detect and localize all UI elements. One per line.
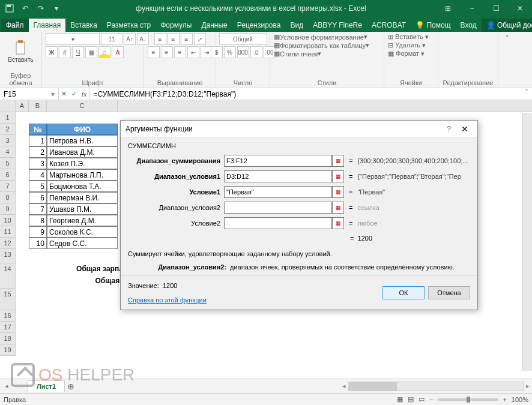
arg5-range-picker[interactable]: ▦ [332, 217, 344, 229]
insert-cells-button[interactable]: ⊞ Вставить ▾ [388, 33, 429, 41]
cell-styles-button[interactable]: ▦ Стили ячеек ▾ [274, 50, 321, 58]
comma-button[interactable]: 000 [237, 46, 249, 58]
cell-C11[interactable]: Соколов К.С. [47, 226, 118, 238]
cell-C2[interactable]: ФИО [47, 124, 118, 135]
name-box[interactable]: F15▾ [0, 88, 59, 100]
formula-input[interactable]: =СУММЕСЛИМН(F3:F12;D3:D12;"Первая") [90, 88, 521, 100]
save-icon[interactable] [2, 2, 17, 15]
row-4[interactable]: 4 [0, 146, 16, 158]
row-6[interactable]: 6 [0, 169, 16, 181]
col-B[interactable]: B [29, 100, 47, 112]
qat-dropdown-icon[interactable]: ▾ [49, 2, 64, 15]
currency-button[interactable]: $ [211, 46, 223, 58]
align-center[interactable]: ≡ [161, 46, 173, 58]
row-9[interactable]: 9 [0, 203, 16, 215]
row-16[interactable]: 16 [0, 310, 16, 322]
zoom-in-button[interactable]: + [503, 396, 506, 403]
fill-color[interactable]: ◇ [98, 46, 110, 58]
cell-C6[interactable]: Мартынова Л.П. [47, 169, 118, 181]
minimize-icon[interactable]: − [460, 0, 484, 17]
view-normal-icon[interactable]: ▦ [397, 395, 403, 403]
cell-C10[interactable]: Георгиев Д.М. [47, 215, 118, 226]
row-17[interactable]: 17 [0, 322, 16, 333]
cell-C4[interactable]: Иванова Д.М. [47, 146, 118, 158]
format-cells-button[interactable]: ▦ Формат ▾ [388, 50, 425, 58]
row-15[interactable]: 15 [0, 289, 16, 310]
cell-B7[interactable]: 5 [29, 181, 47, 192]
close-icon[interactable]: ✕ [508, 0, 532, 17]
percent-button[interactable]: % [224, 46, 236, 58]
collapse-ribbon-icon[interactable]: ˄ [498, 32, 516, 88]
cell-B8[interactable]: 6 [29, 192, 47, 203]
borders-button[interactable]: ▦ [85, 46, 97, 58]
cancel-formula-icon[interactable]: ✕ [61, 90, 67, 98]
fx-icon[interactable]: fx [82, 91, 87, 98]
cell-B11[interactable]: 9 [29, 226, 47, 238]
arg4-input[interactable] [224, 202, 332, 214]
cell-B4[interactable]: 2 [29, 146, 47, 158]
grow-font[interactable]: A↑ [124, 33, 136, 45]
cell-B12[interactable]: 10 [29, 238, 47, 249]
cond-format-button[interactable]: ▦ Условное форматирование ▾ [274, 33, 367, 41]
arg3-input[interactable]: "Первая" [224, 186, 332, 198]
tab-formulas[interactable]: Формулы [156, 19, 196, 32]
maximize-icon[interactable]: ☐ [484, 0, 508, 17]
expand-formula-icon[interactable]: ˅ [521, 88, 532, 100]
col-A[interactable]: A [16, 100, 29, 112]
cell-B9[interactable]: 7 [29, 203, 47, 215]
row-10[interactable]: 10 [0, 215, 16, 226]
view-layout-icon[interactable]: ▤ [408, 395, 414, 403]
align-right[interactable]: ≡ [174, 46, 186, 58]
cancel-button[interactable]: Отмена [428, 286, 470, 299]
delete-cells-button[interactable]: ⊟ Удалить ▾ [388, 41, 426, 49]
row-19[interactable]: 19 [0, 344, 16, 356]
cell-B5[interactable]: 3 [29, 158, 47, 169]
row-8[interactable]: 8 [0, 192, 16, 203]
paste-button[interactable]: Вставить [9, 33, 33, 69]
cell-C7[interactable]: Боцмонова Т.А. [47, 181, 118, 192]
font-select[interactable]: ▾ [46, 33, 100, 45]
row-12[interactable]: 12 [0, 238, 16, 249]
arg1-range-picker[interactable]: ▦ [332, 155, 344, 167]
cell-C8[interactable]: Пелерман В.И. [47, 192, 118, 203]
cell-C9[interactable]: Ушаков П.М. [47, 203, 118, 215]
dec-inc[interactable]: .0 [250, 46, 262, 58]
tab-layout[interactable]: Разметка стр [102, 19, 156, 32]
tab-home[interactable]: Главная [29, 19, 66, 32]
cell-C5[interactable]: Козел П.Э. [47, 158, 118, 169]
row-2[interactable]: 2 [0, 124, 16, 135]
arg5-input[interactable] [224, 217, 332, 229]
zoom-out-button[interactable]: − [429, 396, 433, 403]
arg2-input[interactable]: D3:D12 [224, 170, 332, 182]
row-7[interactable]: 7 [0, 181, 16, 192]
view-pagebreak-icon[interactable]: ▭ [419, 395, 425, 403]
share-button[interactable]: 👤 Общий доступ [482, 19, 532, 32]
zoom-slider[interactable] [438, 398, 498, 401]
ok-button[interactable]: ОК [382, 286, 425, 299]
tab-data[interactable]: Данные [196, 19, 232, 32]
signin[interactable]: Вход [456, 19, 482, 32]
cell-B6[interactable]: 4 [29, 169, 47, 181]
arg1-input[interactable]: F3:F12 [224, 155, 332, 167]
cell-B10[interactable]: 8 [29, 215, 47, 226]
orientation[interactable]: ⤢ [194, 33, 206, 45]
arg3-range-picker[interactable]: ▦ [332, 186, 344, 198]
cell-C12[interactable]: Седов С.С. [47, 238, 118, 249]
cell-B3[interactable]: 1 [29, 135, 47, 146]
arg4-range-picker[interactable]: ▦ [332, 202, 344, 214]
align-bottom[interactable]: ≡ [181, 33, 193, 45]
function-help-link[interactable]: Справка по этой функции [128, 296, 207, 304]
align-middle[interactable]: ≡ [168, 33, 180, 45]
row-13[interactable]: 13 [0, 249, 16, 263]
row-11[interactable]: 11 [0, 226, 16, 238]
italic-button[interactable]: К [59, 46, 71, 58]
row-1[interactable]: 1 [0, 112, 16, 124]
align-left[interactable]: ≡ [148, 46, 160, 58]
row-14[interactable]: 14 [0, 263, 16, 289]
underline-button[interactable]: Ч [72, 46, 84, 58]
zoom-percent[interactable]: 100% [512, 396, 528, 403]
dialog-close-icon[interactable]: ✕ [457, 124, 473, 134]
tab-review[interactable]: Рецензирова [232, 19, 286, 32]
format-table-button[interactable]: ▦ Форматировать как таблицу ▾ [274, 41, 369, 49]
redo-icon[interactable]: ↷ [34, 2, 48, 15]
